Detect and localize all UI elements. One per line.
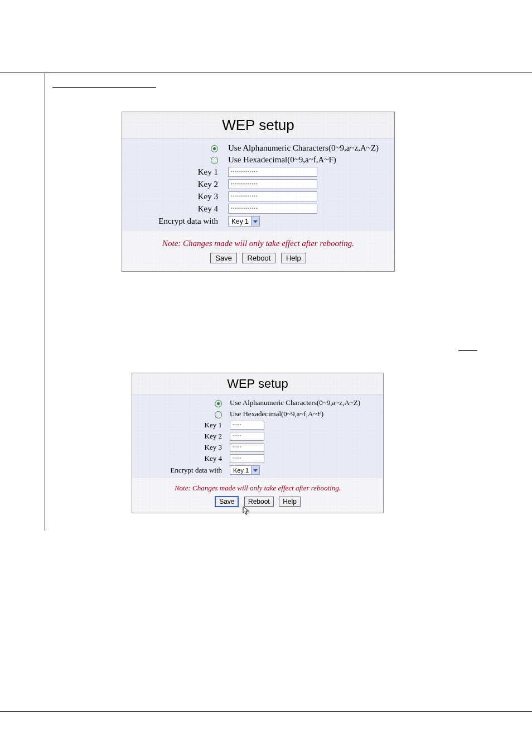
- save-label: Save: [215, 254, 232, 262]
- key1-label: Key 1: [132, 421, 230, 430]
- reboot-label: Reboot: [247, 254, 270, 262]
- key1-input[interactable]: *************: [228, 167, 317, 177]
- help-button[interactable]: Help: [279, 497, 301, 507]
- key1-label: Key 1: [122, 167, 228, 177]
- reboot-button[interactable]: Reboot: [242, 253, 275, 263]
- key2-row: Key 2 *****: [132, 431, 383, 442]
- key4-row: Key 4 *****: [132, 453, 383, 464]
- key3-value: *************: [231, 195, 258, 199]
- encrypt-key-select[interactable]: Key 1: [228, 216, 260, 227]
- encrypt-label: Encrypt data with: [132, 466, 230, 475]
- right-margin-dash: [458, 350, 477, 351]
- key2-value: *************: [231, 182, 258, 186]
- key4-value: *****: [233, 457, 242, 460]
- encrypt-row: Encrypt data with Key 1: [132, 464, 383, 478]
- key3-label: Key 3: [132, 443, 230, 452]
- panel-title: WEP setup: [122, 112, 394, 139]
- encrypt-label: Encrypt data with: [122, 216, 228, 226]
- page: WEP setup Use Alphanumeric Characters(0~…: [0, 0, 532, 756]
- panel-title: WEP setup: [132, 373, 383, 395]
- encrypt-key-select[interactable]: Key 1: [230, 465, 260, 475]
- alpha-option-text: Use Alphanumeric Characters(0~9,a~z,A~Z): [228, 143, 379, 153]
- radio-wrap: [132, 398, 230, 407]
- wep-setup-panel-1: WEP setup Use Alphanumeric Characters(0~…: [122, 112, 395, 272]
- save-button[interactable]: Save: [215, 496, 239, 507]
- mouse-cursor-icon: [243, 506, 250, 516]
- key1-row: Key 1 *****: [132, 420, 383, 431]
- button-row: Save Reboot Help: [122, 253, 394, 271]
- radio-hexadecimal[interactable]: [211, 157, 218, 164]
- radio-wrap: [122, 143, 228, 153]
- encrypt-row: Encrypt data with Key 1: [122, 215, 394, 231]
- encrypt-key-value: Key 1: [233, 467, 249, 474]
- key1-value: *****: [233, 423, 242, 427]
- reboot-note: Note: Changes made will only take effect…: [132, 478, 383, 496]
- hex-option-text: Use Hexadecimal(0~9,a~f,A~F): [230, 410, 323, 418]
- key3-label: Key 3: [122, 192, 228, 201]
- key3-row: Key 3 *************: [122, 190, 394, 203]
- reboot-label: Reboot: [248, 498, 270, 505]
- section-heading-underline: [52, 87, 156, 88]
- form-area: Use Alphanumeric Characters(0~9,a~z,A~Z)…: [132, 395, 383, 478]
- char-mode-alpha-row: Use Alphanumeric Characters(0~9,a~z,A~Z): [132, 395, 383, 408]
- save-label: Save: [219, 498, 234, 505]
- wep-setup-panel-2: WEP setup Use Alphanumeric Characters(0~…: [132, 373, 384, 513]
- char-mode-alpha-row: Use Alphanumeric Characters(0~9,a~z,A~Z): [122, 139, 394, 154]
- key4-row: Key 4 *************: [122, 203, 394, 215]
- key3-value: *****: [233, 446, 242, 449]
- key4-label: Key 4: [132, 454, 230, 463]
- top-horizontal-rule: [0, 73, 532, 73]
- encrypt-key-value: Key 1: [231, 218, 249, 225]
- key1-row: Key 1 *************: [122, 166, 394, 178]
- bottom-horizontal-rule: [0, 711, 532, 712]
- key2-input[interactable]: *************: [228, 179, 317, 189]
- radio-alphanumeric[interactable]: [215, 400, 222, 407]
- help-label: Help: [283, 498, 297, 505]
- key4-input[interactable]: *****: [230, 454, 264, 463]
- key2-row: Key 2 *************: [122, 178, 394, 190]
- reboot-note: Note: Changes made will only take effect…: [122, 231, 394, 253]
- key4-label: Key 4: [122, 204, 228, 214]
- key4-input[interactable]: *************: [228, 204, 317, 214]
- radio-wrap: [132, 410, 230, 418]
- key1-value: *************: [231, 170, 258, 174]
- help-button[interactable]: Help: [281, 253, 306, 263]
- key2-label: Key 2: [132, 432, 230, 441]
- key2-input[interactable]: *****: [230, 432, 264, 441]
- key2-label: Key 2: [122, 180, 228, 189]
- chevron-down-icon: [251, 466, 259, 474]
- key3-input[interactable]: *****: [230, 443, 264, 452]
- alpha-option-text: Use Alphanumeric Characters(0~9,a~z,A~Z): [230, 398, 360, 407]
- radio-wrap: [122, 155, 228, 165]
- key1-input[interactable]: *****: [230, 421, 264, 430]
- page-left-border: [45, 73, 45, 531]
- form-area: Use Alphanumeric Characters(0~9,a~z,A~Z)…: [122, 139, 394, 231]
- char-mode-hex-row: Use Hexadecimal(0~9,a~f,A~F): [132, 408, 383, 420]
- char-mode-hex-row: Use Hexadecimal(0~9,a~f,A~F): [122, 154, 394, 166]
- reboot-button[interactable]: Reboot: [244, 497, 274, 507]
- help-label: Help: [286, 254, 301, 262]
- chevron-down-icon: [251, 216, 259, 226]
- hex-option-text: Use Hexadecimal(0~9,a~f,A~F): [228, 155, 336, 165]
- radio-alphanumeric[interactable]: [211, 145, 218, 152]
- key3-input[interactable]: *************: [228, 191, 317, 201]
- button-row: Save Reboot Help: [132, 496, 383, 513]
- key4-value: *************: [231, 207, 258, 211]
- radio-hexadecimal[interactable]: [215, 411, 222, 418]
- save-button[interactable]: Save: [210, 253, 237, 263]
- key2-value: *****: [233, 435, 242, 438]
- key3-row: Key 3 *****: [132, 442, 383, 453]
